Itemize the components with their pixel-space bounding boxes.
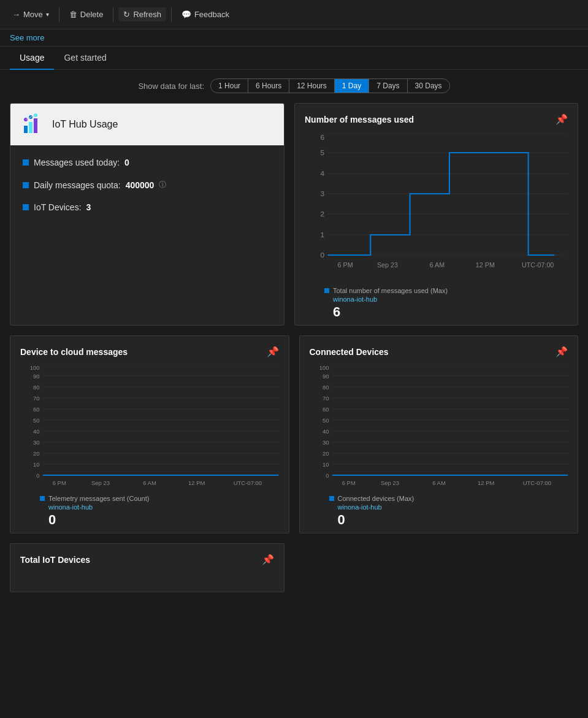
legend-value-device-cloud: 0 — [48, 512, 279, 528]
divider-3 — [171, 7, 172, 22]
legend-text-messages: Total number of messages used (Max) — [333, 287, 448, 294]
messages-chart-svg: 0 1 2 3 4 5 6 6 PM Sep 23 6 AM 12 PM — [305, 132, 568, 280]
move-button[interactable]: → Move ▾ — [7, 7, 54, 21]
svg-text:50: 50 — [33, 418, 40, 424]
stat-row-devices: IoT Devices: 3 — [23, 202, 272, 212]
stat-value-messages: 0 — [124, 158, 129, 167]
svg-text:Sep 23: Sep 23 — [380, 480, 399, 486]
device-cloud-card: Device to cloud messages 📌 — [10, 335, 289, 533]
divider-1 — [59, 7, 59, 22]
legend-dot-connected — [329, 496, 334, 501]
svg-text:6 PM: 6 PM — [342, 480, 355, 486]
main-content: IoT Hub Usage Messages used today: 0 Dai… — [0, 98, 588, 612]
device-cloud-header: Device to cloud messages 📌 — [10, 336, 289, 362]
svg-text:10: 10 — [323, 462, 329, 468]
svg-text:5: 5 — [321, 149, 325, 156]
stat-value-devices: 3 — [86, 202, 91, 212]
device-cloud-svg: 0 10 20 30 40 50 60 70 80 90 100 — [20, 365, 279, 487]
device-cloud-chart-area: 0 10 20 30 40 50 60 70 80 90 100 — [20, 365, 279, 487]
svg-text:20: 20 — [33, 451, 40, 457]
delete-button[interactable]: 🗑 Delete — [64, 7, 109, 21]
svg-text:60: 60 — [33, 407, 40, 413]
refresh-icon: ↻ — [123, 10, 130, 19]
svg-text:6 PM: 6 PM — [53, 480, 66, 486]
pin-icon-messages[interactable]: 📌 — [556, 113, 568, 125]
total-iot-title: Total IoT Devices — [20, 555, 90, 565]
legend-hub-messages: winona-iot-hub — [333, 296, 568, 303]
svg-text:2: 2 — [321, 210, 325, 218]
stat-value-quota: 400000 — [126, 180, 155, 190]
device-cloud-container: 0 10 20 30 40 50 60 70 80 90 100 — [10, 362, 289, 492]
time-option-7d[interactable]: 7 Days — [369, 79, 407, 93]
svg-text:6 AM: 6 AM — [432, 480, 446, 486]
svg-text:4: 4 — [321, 170, 325, 177]
pin-icon-total-iot[interactable]: 📌 — [262, 554, 274, 565]
svg-text:12 PM: 12 PM — [476, 262, 495, 269]
row-3: Total IoT Devices 📌 — [10, 543, 578, 592]
svg-text:12 PM: 12 PM — [188, 480, 205, 486]
tab-get-started[interactable]: Get started — [54, 47, 116, 70]
time-option-30d[interactable]: 30 Days — [408, 79, 449, 93]
move-icon: → — [12, 10, 20, 19]
tabs-bar: Usage Get started — [0, 47, 588, 70]
time-option-1h[interactable]: 1 Hour — [211, 79, 248, 93]
legend-value-connected: 0 — [338, 512, 568, 528]
pin-icon-connected[interactable]: 📌 — [556, 346, 568, 357]
pin-icon-device-cloud[interactable]: 📌 — [267, 346, 279, 357]
delete-icon: 🗑 — [69, 10, 77, 19]
stat-dot-quota — [23, 182, 29, 188]
svg-text:80: 80 — [33, 384, 40, 391]
messages-chart-area: 0 1 2 3 4 5 6 6 PM Sep 23 6 AM 12 PM — [305, 132, 568, 280]
time-option-6h[interactable]: 6 Hours — [248, 79, 289, 93]
svg-text:6 PM: 6 PM — [338, 262, 353, 269]
svg-text:12 PM: 12 PM — [477, 480, 494, 486]
svg-text:Sep 23: Sep 23 — [377, 262, 398, 269]
svg-text:0: 0 — [326, 473, 329, 479]
connected-devices-title: Connected Devices — [310, 347, 389, 357]
legend-dot-messages — [324, 288, 329, 293]
time-range-options: 1 Hour 6 Hours 12 Hours 1 Day 7 Days 30 … — [210, 78, 450, 93]
legend-dot-device-cloud — [40, 496, 45, 501]
time-option-12h[interactable]: 12 Hours — [289, 79, 335, 93]
svg-text:70: 70 — [33, 395, 40, 402]
svg-text:6: 6 — [321, 134, 325, 141]
row-2: Device to cloud messages 📌 — [10, 335, 578, 533]
feedback-icon: 💬 — [181, 10, 191, 19]
legend-value-messages: 6 — [333, 304, 568, 320]
svg-rect-0 — [24, 126, 28, 133]
total-iot-header: Total IoT Devices 📌 — [10, 544, 284, 570]
svg-text:100: 100 — [30, 365, 40, 371]
time-option-1d[interactable]: 1 Day — [335, 79, 369, 93]
stat-row-quota: Daily messages quota: 400000 ⓘ — [23, 180, 272, 190]
messages-chart-title: Number of messages used — [305, 115, 414, 124]
legend-item-connected: Connected devices (Max) — [329, 495, 568, 502]
stat-label-quota: Daily messages quota: — [34, 180, 121, 190]
stat-label-messages: Messages used today: — [34, 158, 120, 167]
iot-hub-card: IoT Hub Usage Messages used today: 0 Dai… — [10, 103, 284, 326]
iot-hub-header: IoT Hub Usage — [10, 104, 284, 145]
iot-stats: Messages used today: 0 Daily messages qu… — [10, 145, 284, 237]
time-range-label: Show data for last: — [138, 82, 204, 91]
svg-text:60: 60 — [323, 407, 329, 413]
svg-text:UTC-07:00: UTC-07:00 — [522, 480, 551, 486]
tab-usage[interactable]: Usage — [10, 47, 54, 70]
connected-devices-svg: 0 10 20 30 40 50 60 70 80 90 100 — [310, 365, 568, 487]
connected-devices-header: Connected Devices 📌 — [300, 336, 578, 362]
stat-dot-messages — [23, 159, 29, 166]
stat-row-messages: Messages used today: 0 — [23, 158, 272, 167]
feedback-button[interactable]: 💬 Feedback — [177, 7, 234, 21]
svg-text:6 AM: 6 AM — [430, 262, 445, 269]
svg-text:30: 30 — [323, 440, 329, 446]
info-icon[interactable]: ⓘ — [159, 180, 166, 190]
messages-chart-legend: Total number of messages used (Max) wino… — [295, 285, 578, 325]
messages-chart-header: Number of messages used 📌 — [295, 104, 578, 130]
svg-text:0: 0 — [321, 251, 325, 259]
device-cloud-title: Device to cloud messages — [20, 347, 128, 357]
svg-text:1: 1 — [321, 231, 325, 239]
see-more-link[interactable]: See more — [10, 33, 44, 42]
divider-2 — [113, 7, 113, 22]
svg-rect-2 — [34, 118, 37, 133]
messages-chart-card: Number of messages used 📌 — [294, 103, 578, 326]
refresh-button[interactable]: ↻ Refresh — [118, 7, 166, 21]
svg-text:10: 10 — [33, 462, 40, 468]
